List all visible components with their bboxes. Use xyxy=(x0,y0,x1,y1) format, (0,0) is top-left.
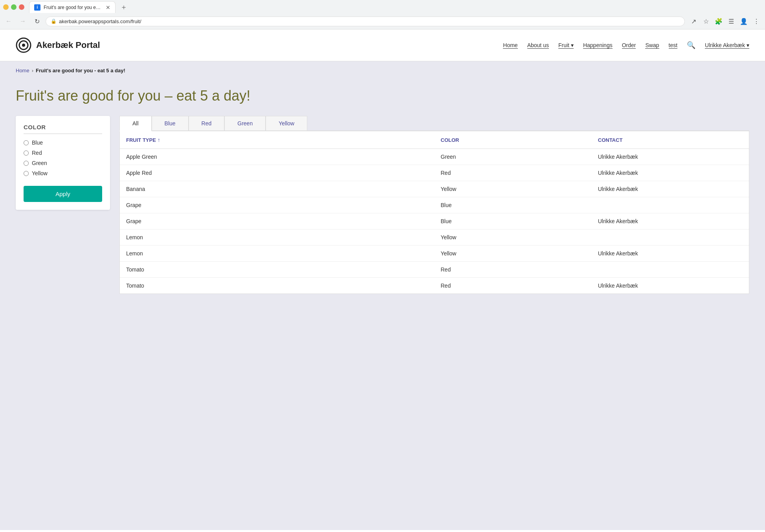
col-header-contact: CONTACT xyxy=(592,131,749,149)
filter-option-green[interactable]: Green xyxy=(24,160,102,166)
table-row: Apple Red Red Ulrikke Akerbæk xyxy=(120,165,749,181)
minimize-icon[interactable] xyxy=(3,4,9,10)
new-tab-button[interactable]: ＋ xyxy=(120,2,127,12)
browser-addressbar: ← → ↻ 🔒 akerbak.powerappsportals.com/fru… xyxy=(0,14,765,29)
dropdown-arrow-icon: ▾ xyxy=(571,42,574,48)
extensions-button[interactable]: 🧩 xyxy=(713,16,724,27)
col-header-fruit: FRUIT TYPE ↑ xyxy=(120,131,435,149)
security-lock-icon: 🔒 xyxy=(51,18,57,24)
filter-option-blue[interactable]: Blue xyxy=(24,139,102,146)
table-row: Tomato Red xyxy=(120,262,749,278)
main-nav: Home About us Fruit ▾ Happenings Order S… xyxy=(503,41,749,50)
filter-radio-green[interactable] xyxy=(24,161,29,166)
bookmark-button[interactable]: ☆ xyxy=(701,16,712,27)
svg-point-2 xyxy=(22,44,25,47)
cell-fruit: Banana xyxy=(120,181,435,197)
table-body: Apple Green Green Ulrikke Akerbæk Apple … xyxy=(120,149,749,294)
search-icon[interactable]: 🔍 xyxy=(687,41,695,50)
fruit-table: FRUIT TYPE ↑ COLOR xyxy=(120,131,749,294)
cell-color: Red xyxy=(435,278,592,294)
reading-list-button[interactable]: ☰ xyxy=(726,16,737,27)
user-menu[interactable]: Ulrikke Akerbæk ▾ xyxy=(705,42,749,49)
nav-about-us[interactable]: About us xyxy=(527,42,549,49)
nav-test[interactable]: test xyxy=(669,42,678,49)
cell-contact: Ulrikke Akerbæk xyxy=(592,213,749,229)
back-button[interactable]: ← xyxy=(3,16,14,27)
menu-button[interactable]: ⋮ xyxy=(751,16,762,27)
breadcrumb-separator: › xyxy=(32,68,33,73)
cell-fruit: Grape xyxy=(120,197,435,213)
cell-contact: Ulrikke Akerbæk xyxy=(592,165,749,181)
tab-red[interactable]: Red xyxy=(189,116,225,130)
tab-green[interactable]: Green xyxy=(224,116,266,130)
sort-arrow-icon: ↑ xyxy=(158,137,160,143)
page-content: Akerbæk Portal Home About us Fruit ▾ Hap… xyxy=(0,29,765,530)
table-row: Grape Blue xyxy=(120,197,749,213)
tab-yellow[interactable]: Yellow xyxy=(266,116,307,130)
profile-button[interactable]: 👤 xyxy=(738,16,749,27)
filter-divider xyxy=(24,134,102,134)
cell-contact xyxy=(592,262,749,278)
share-button[interactable]: ↗ xyxy=(688,16,699,27)
tab-blue[interactable]: Blue xyxy=(152,116,189,130)
reload-button[interactable]: ↻ xyxy=(31,16,42,27)
cell-color: Red xyxy=(435,262,592,278)
filter-radio-blue[interactable] xyxy=(24,140,29,145)
table-row: Banana Yellow Ulrikke Akerbæk xyxy=(120,181,749,197)
browser-titlebar: i Fruit's are good for you eat 5 a ✕ ＋ xyxy=(0,0,765,14)
data-table-wrapper: FRUIT TYPE ↑ COLOR xyxy=(119,131,749,294)
nav-swap[interactable]: Swap xyxy=(645,42,659,49)
cell-fruit: Apple Red xyxy=(120,165,435,181)
sort-contact-link[interactable]: CONTACT xyxy=(598,137,743,143)
filter-section-title: COLOR xyxy=(24,124,102,130)
cell-color: Green xyxy=(435,149,592,165)
logo-text: Akerbæk Portal xyxy=(36,40,100,50)
content-layout: COLOR Blue Red Green Yellow xyxy=(16,116,749,294)
cell-fruit: Lemon xyxy=(120,246,435,262)
cell-contact: Ulrikke Akerbæk xyxy=(592,278,749,294)
site-header: Akerbæk Portal Home About us Fruit ▾ Hap… xyxy=(0,29,765,61)
tab-favicon: i xyxy=(34,4,40,11)
cell-fruit: Tomato xyxy=(120,278,435,294)
nav-home[interactable]: Home xyxy=(503,42,517,49)
table-header-row: FRUIT TYPE ↑ COLOR xyxy=(120,131,749,149)
table-row: Lemon Yellow Ulrikke Akerbæk xyxy=(120,246,749,262)
nav-order[interactable]: Order xyxy=(622,42,636,49)
sort-color-link[interactable]: COLOR xyxy=(441,137,585,143)
nav-fruit[interactable]: Fruit ▾ xyxy=(558,42,574,49)
maximize-icon[interactable] xyxy=(11,4,17,10)
filter-option-red[interactable]: Red xyxy=(24,150,102,156)
browser-tab[interactable]: i Fruit's are good for you eat 5 a ✕ xyxy=(29,1,116,13)
cell-color: Yellow xyxy=(435,229,592,246)
breadcrumb-home-link[interactable]: Home xyxy=(16,68,29,73)
browser-chrome: i Fruit's are good for you eat 5 a ✕ ＋ ←… xyxy=(0,0,765,29)
cell-color: Blue xyxy=(435,197,592,213)
cell-color: Red xyxy=(435,165,592,181)
table-row: Grape Blue Ulrikke Akerbæk xyxy=(120,213,749,229)
user-dropdown-arrow-icon: ▾ xyxy=(747,42,749,48)
filter-radio-red[interactable] xyxy=(24,150,29,156)
tab-all[interactable]: All xyxy=(119,116,152,131)
cell-contact xyxy=(592,229,749,246)
table-row: Apple Green Green Ulrikke Akerbæk xyxy=(120,149,749,165)
forward-button[interactable]: → xyxy=(17,16,28,27)
cell-fruit: Lemon xyxy=(120,229,435,246)
table-row: Lemon Yellow xyxy=(120,229,749,246)
cell-color: Yellow xyxy=(435,246,592,262)
breadcrumb-current: Fruit's are good for you - eat 5 a day! xyxy=(36,68,125,73)
apply-button[interactable]: Apply xyxy=(24,186,102,202)
cell-contact: Ulrikke Akerbæk xyxy=(592,246,749,262)
cell-color: Blue xyxy=(435,213,592,229)
cell-fruit: Tomato xyxy=(120,262,435,278)
tab-close-button[interactable]: ✕ xyxy=(106,4,110,11)
sort-fruit-link[interactable]: FRUIT TYPE ↑ xyxy=(126,137,428,143)
breadcrumb: Home › Fruit's are good for you - eat 5 … xyxy=(0,61,765,80)
nav-happenings[interactable]: Happenings xyxy=(583,42,613,49)
logo-icon xyxy=(16,37,31,53)
filter-option-yellow[interactable]: Yellow xyxy=(24,170,102,176)
cell-color: Yellow xyxy=(435,181,592,197)
filter-radio-yellow[interactable] xyxy=(24,171,29,176)
close-icon[interactable] xyxy=(19,4,24,10)
data-tabs: All Blue Red Green Yellow xyxy=(119,116,749,131)
address-bar[interactable]: 🔒 akerbak.powerappsportals.com/fruit/ xyxy=(46,17,685,26)
